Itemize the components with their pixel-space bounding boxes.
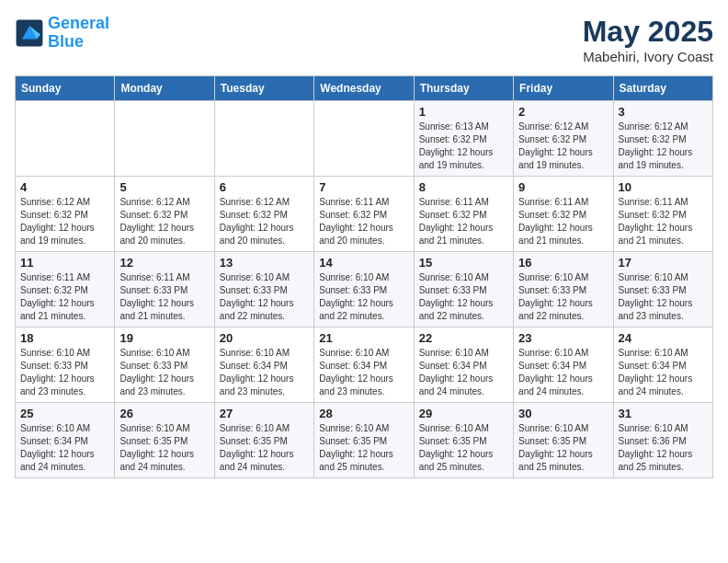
day-number: 27 [220, 407, 309, 420]
day-info: Sunrise: 6:12 AM Sunset: 6:32 PM Dayligh… [518, 121, 608, 172]
day-info: Sunrise: 6:10 AM Sunset: 6:35 PM Dayligh… [319, 422, 408, 474]
day-number: 24 [619, 331, 708, 345]
calendar-cell: 27Sunrise: 6:10 AM Sunset: 6:35 PM Dayli… [214, 403, 313, 478]
calendar-week-row: 1Sunrise: 6:13 AM Sunset: 6:32 PM Daylig… [16, 101, 713, 177]
calendar-cell: 13Sunrise: 6:10 AM Sunset: 6:33 PM Dayli… [214, 252, 313, 327]
calendar-body: 1Sunrise: 6:13 AM Sunset: 6:32 PM Daylig… [16, 101, 713, 478]
day-number: 9 [518, 180, 608, 194]
calendar-cell: 30Sunrise: 6:10 AM Sunset: 6:35 PM Dayli… [514, 403, 613, 478]
day-number: 26 [119, 407, 209, 420]
calendar-title: May 2025 [583, 15, 713, 49]
calendar-subtitle: Mabehiri, Ivory Coast [583, 49, 713, 64]
calendar-cell: 2Sunrise: 6:12 AM Sunset: 6:32 PM Daylig… [514, 101, 613, 177]
day-number: 14 [319, 256, 408, 270]
calendar-cell: 11Sunrise: 6:11 AM Sunset: 6:32 PM Dayli… [16, 252, 115, 327]
calendar-week-row: 11Sunrise: 6:11 AM Sunset: 6:32 PM Dayli… [16, 252, 713, 327]
day-number: 30 [518, 407, 608, 420]
calendar-cell: 17Sunrise: 6:10 AM Sunset: 6:33 PM Dayli… [613, 252, 712, 327]
day-number: 2 [518, 105, 608, 119]
day-info: Sunrise: 6:11 AM Sunset: 6:32 PM Dayligh… [20, 271, 109, 323]
day-number: 31 [619, 407, 708, 420]
day-number: 15 [419, 256, 508, 270]
calendar-cell: 28Sunrise: 6:10 AM Sunset: 6:35 PM Dayli… [314, 403, 414, 478]
calendar-week-row: 18Sunrise: 6:10 AM Sunset: 6:33 PM Dayli… [16, 327, 713, 403]
calendar-cell: 4Sunrise: 6:12 AM Sunset: 6:32 PM Daylig… [16, 177, 115, 252]
weekday-header: Saturday [613, 76, 712, 101]
weekday-header: Friday [514, 76, 613, 101]
calendar-cell: 21Sunrise: 6:10 AM Sunset: 6:34 PM Dayli… [314, 327, 414, 403]
calendar-cell [115, 101, 214, 177]
day-number: 7 [319, 180, 408, 194]
day-number: 3 [619, 105, 708, 119]
day-number: 1 [419, 105, 508, 119]
day-info: Sunrise: 6:10 AM Sunset: 6:36 PM Dayligh… [619, 422, 708, 474]
day-info: Sunrise: 6:10 AM Sunset: 6:35 PM Dayligh… [419, 422, 508, 474]
day-info: Sunrise: 6:12 AM Sunset: 6:32 PM Dayligh… [619, 121, 708, 172]
calendar-cell: 18Sunrise: 6:10 AM Sunset: 6:33 PM Dayli… [16, 327, 115, 403]
logo-line2: Blue [48, 32, 84, 51]
calendar-cell: 9Sunrise: 6:11 AM Sunset: 6:32 PM Daylig… [514, 177, 613, 252]
day-info: Sunrise: 6:10 AM Sunset: 6:33 PM Dayligh… [119, 347, 209, 398]
weekday-header: Tuesday [214, 76, 313, 101]
calendar-cell: 16Sunrise: 6:10 AM Sunset: 6:33 PM Dayli… [514, 252, 613, 327]
day-info: Sunrise: 6:10 AM Sunset: 6:35 PM Dayligh… [119, 422, 209, 474]
day-number: 23 [518, 331, 608, 345]
day-info: Sunrise: 6:10 AM Sunset: 6:34 PM Dayligh… [319, 347, 408, 398]
day-number: 19 [119, 331, 209, 345]
day-info: Sunrise: 6:10 AM Sunset: 6:33 PM Dayligh… [619, 271, 708, 323]
calendar-cell: 25Sunrise: 6:10 AM Sunset: 6:34 PM Dayli… [16, 403, 115, 478]
calendar-cell: 20Sunrise: 6:10 AM Sunset: 6:34 PM Dayli… [214, 327, 313, 403]
calendar-cell: 3Sunrise: 6:12 AM Sunset: 6:32 PM Daylig… [613, 101, 712, 177]
calendar-cell [16, 101, 115, 177]
day-info: Sunrise: 6:10 AM Sunset: 6:34 PM Dayligh… [20, 422, 109, 474]
day-number: 5 [119, 180, 209, 194]
calendar-cell: 5Sunrise: 6:12 AM Sunset: 6:32 PM Daylig… [115, 177, 214, 252]
day-number: 12 [119, 256, 209, 270]
day-info: Sunrise: 6:11 AM Sunset: 6:33 PM Dayligh… [119, 271, 209, 323]
calendar-cell [214, 101, 313, 177]
calendar-cell: 15Sunrise: 6:10 AM Sunset: 6:33 PM Dayli… [414, 252, 513, 327]
day-info: Sunrise: 6:13 AM Sunset: 6:32 PM Dayligh… [419, 121, 508, 172]
logo-text: General Blue [48, 15, 109, 52]
day-number: 13 [220, 256, 309, 270]
calendar-cell: 1Sunrise: 6:13 AM Sunset: 6:32 PM Daylig… [414, 101, 513, 177]
day-info: Sunrise: 6:11 AM Sunset: 6:32 PM Dayligh… [319, 196, 408, 247]
calendar-cell [314, 101, 414, 177]
calendar-week-row: 4Sunrise: 6:12 AM Sunset: 6:32 PM Daylig… [16, 177, 713, 252]
day-number: 11 [20, 256, 109, 270]
calendar-cell: 10Sunrise: 6:11 AM Sunset: 6:32 PM Dayli… [613, 177, 712, 252]
day-info: Sunrise: 6:12 AM Sunset: 6:32 PM Dayligh… [20, 196, 109, 247]
weekday-header: Wednesday [314, 76, 414, 101]
day-number: 4 [20, 180, 109, 194]
day-number: 8 [419, 180, 508, 194]
title-block: May 2025 Mabehiri, Ivory Coast [583, 15, 713, 64]
day-info: Sunrise: 6:11 AM Sunset: 6:32 PM Dayligh… [419, 196, 508, 247]
calendar-cell: 24Sunrise: 6:10 AM Sunset: 6:34 PM Dayli… [613, 327, 712, 403]
calendar-table: SundayMondayTuesdayWednesdayThursdayFrid… [15, 75, 713, 478]
calendar-cell: 14Sunrise: 6:10 AM Sunset: 6:33 PM Dayli… [314, 252, 414, 327]
day-number: 29 [419, 407, 508, 420]
day-number: 20 [220, 331, 309, 345]
day-info: Sunrise: 6:12 AM Sunset: 6:32 PM Dayligh… [119, 196, 209, 247]
day-info: Sunrise: 6:10 AM Sunset: 6:33 PM Dayligh… [220, 271, 309, 323]
day-info: Sunrise: 6:10 AM Sunset: 6:33 PM Dayligh… [20, 347, 109, 398]
day-info: Sunrise: 6:10 AM Sunset: 6:34 PM Dayligh… [220, 347, 309, 398]
logo-icon [15, 18, 44, 48]
day-info: Sunrise: 6:10 AM Sunset: 6:33 PM Dayligh… [419, 271, 508, 323]
day-number: 10 [619, 180, 708, 194]
weekday-row: SundayMondayTuesdayWednesdayThursdayFrid… [16, 76, 713, 101]
day-info: Sunrise: 6:10 AM Sunset: 6:34 PM Dayligh… [619, 347, 708, 398]
day-info: Sunrise: 6:10 AM Sunset: 6:35 PM Dayligh… [518, 422, 608, 474]
day-number: 28 [319, 407, 408, 420]
calendar-cell: 8Sunrise: 6:11 AM Sunset: 6:32 PM Daylig… [414, 177, 513, 252]
weekday-header: Thursday [414, 76, 513, 101]
calendar-cell: 12Sunrise: 6:11 AM Sunset: 6:33 PM Dayli… [115, 252, 214, 327]
calendar-cell: 6Sunrise: 6:12 AM Sunset: 6:32 PM Daylig… [214, 177, 313, 252]
day-info: Sunrise: 6:11 AM Sunset: 6:32 PM Dayligh… [518, 196, 608, 247]
day-info: Sunrise: 6:10 AM Sunset: 6:34 PM Dayligh… [518, 347, 608, 398]
day-info: Sunrise: 6:10 AM Sunset: 6:35 PM Dayligh… [220, 422, 309, 474]
calendar-cell: 26Sunrise: 6:10 AM Sunset: 6:35 PM Dayli… [115, 403, 214, 478]
calendar-cell: 7Sunrise: 6:11 AM Sunset: 6:32 PM Daylig… [314, 177, 414, 252]
calendar-week-row: 25Sunrise: 6:10 AM Sunset: 6:34 PM Dayli… [16, 403, 713, 478]
calendar-cell: 29Sunrise: 6:10 AM Sunset: 6:35 PM Dayli… [414, 403, 513, 478]
